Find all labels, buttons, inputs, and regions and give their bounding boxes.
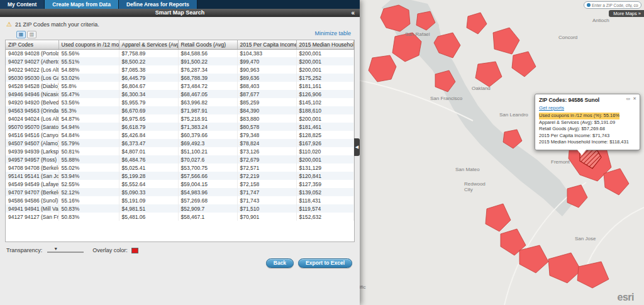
table-cell: $8,500.22	[119, 57, 178, 65]
minimize-table-link[interactable]: Minimize table	[314, 30, 351, 36]
table-row[interactable]: 94024 94024 (Los Altos)54.87%$6,975.65$7…	[6, 114, 354, 123]
table-cell: $7,085.38	[119, 65, 178, 74]
table-cell: 55.8%	[58, 82, 119, 90]
table-cell: 94920 94920 (Belvedere	[6, 98, 58, 106]
chart-view-toggle[interactable]: ▥	[27, 31, 36, 38]
table-cell: $72,219	[237, 172, 296, 180]
table-cell: $119,574	[296, 204, 354, 213]
table-cell: $85,259	[237, 98, 296, 106]
slider-handle-icon[interactable]: ▼	[53, 247, 58, 251]
table-row[interactable]: 94549 94549 (Lafayette)52.55%$5,552.64$5…	[6, 180, 354, 188]
table-cell: $63,996.82	[178, 98, 237, 106]
zip-polygon[interactable]	[577, 262, 609, 288]
col-zip-codes[interactable]: ZIP Codes	[6, 40, 58, 49]
col-per-capita-income[interactable]: 2015 Per Capita Income▼	[237, 40, 296, 49]
zip-polygon[interactable]	[493, 28, 519, 54]
panel-collapse-tab[interactable]: ◀	[354, 138, 360, 156]
map-city-label: San Jose	[575, 236, 596, 241]
table-row[interactable]: 94528 94528 (Diablo)55.8%$6,804.67$73,48…	[6, 82, 354, 90]
map-search-box[interactable]	[584, 1, 641, 9]
status-row: ⚠ 21 ZIP Codes match your criteria.	[0, 17, 360, 30]
left-panel: My Content Create Maps from Data Define …	[0, 0, 360, 305]
table-row[interactable]: 94941 94941 (Mill Valley50.83%$4,981.51$…	[6, 204, 354, 213]
table-row[interactable]: 95030 95030 (Los Gatos53.02%$6,445.79$68…	[6, 74, 354, 82]
table-cell: $71,747	[237, 188, 296, 196]
table-cell: $6,975.65	[119, 114, 178, 123]
table-row[interactable]: 94028 94028 (Portola Va55.56%$7,758.89$8…	[6, 49, 354, 57]
table-cell: $126,906	[296, 90, 354, 98]
map-city-label: San Rafael	[405, 31, 430, 37]
col-median-household[interactable]: 2015 Median Household I...	[296, 40, 354, 49]
table-cell: $60,379.66	[178, 131, 237, 139]
table-cell: 95070 95070 (Saratoga)	[6, 123, 58, 131]
table-cell: $83,880	[237, 114, 296, 123]
tab-define-areas-for-reports[interactable]: Define Areas for Reports	[119, 0, 197, 9]
zip-polygon[interactable]	[475, 62, 502, 87]
table-row[interactable]: 94027 94027 (Atherton)55.51%$8,500.22$91…	[6, 57, 354, 65]
back-button[interactable]: Back	[266, 258, 294, 268]
map-city-label: Concord	[558, 35, 577, 40]
zip-polygon[interactable]	[512, 52, 536, 77]
table-cell: $200,001	[296, 65, 354, 74]
table-row[interactable]: 94707 94707 (Berkeley)52.12%$5,090.33$54…	[6, 188, 354, 196]
table-cell: $76,287.34	[178, 65, 237, 74]
table-row[interactable]: 94563 94563 (Orinda)55.3%$6,670.69$71,98…	[6, 106, 354, 114]
chevron-right-icon: »	[638, 11, 641, 16]
map-city-label: Redwood City	[464, 181, 491, 192]
table-cell: $57,566.66	[178, 172, 237, 180]
table-cell: $72,158	[237, 180, 296, 188]
panel-header: Smart Map Search «	[0, 9, 360, 17]
table-row[interactable]: 94022 94022 (Los Altos)54.88%$7,085.38$7…	[6, 65, 354, 74]
table-view-toggle[interactable]: ▦	[16, 31, 26, 38]
table-cell: $72,679	[237, 155, 296, 164]
tab-my-content[interactable]: My Content	[0, 0, 45, 9]
map[interactable]: San RafaelAntiochConcordOaklandSan Franc…	[360, 0, 644, 305]
col-apparel-services[interactable]: Apparel & Services (Avg)	[119, 40, 178, 49]
popup-title: ZIP Codes: 94586 Sunol	[539, 97, 636, 103]
zip-polygon[interactable]	[369, 55, 396, 82]
col-used-coupons[interactable]: Used coupons in /12 mos...	[58, 40, 119, 49]
popup-minimize-icon[interactable]: ▭	[626, 96, 631, 101]
table-row[interactable]: 94957 94957 (Ross)55.88%$6,484.76$70,027…	[6, 155, 354, 164]
collapse-header-icon[interactable]: «	[351, 9, 355, 17]
table-cell: $131,129	[296, 164, 354, 172]
table-row[interactable]: 94516 94516 (Canyon)54.84%$5,426.84$60,3…	[6, 131, 354, 139]
table-cell: $5,025.41	[119, 164, 178, 172]
table-row[interactable]: 94127 94127 (San Franc50.83%$5,481.06$58…	[6, 213, 354, 221]
table-cell: $73,126	[237, 147, 296, 155]
table-row[interactable]: 95070 95070 (Saratoga)54.94%$6,618.79$71…	[6, 123, 354, 131]
table-cell: 50.83%	[58, 204, 119, 213]
table-row[interactable]: 94507 94507 (Alamo)55.79%$6,373.47$69,49…	[6, 139, 354, 147]
table-row[interactable]: 94708 94708 (Berkeley)55.02%$5,025.41$53…	[6, 164, 354, 172]
zip-polygon[interactable]	[486, 204, 511, 231]
transparency-slider[interactable]: ▼	[47, 247, 84, 254]
table-header-row: ZIP Codes Used coupons in /12 mos... App…	[6, 40, 354, 49]
more-maps-button[interactable]: More Maps »	[609, 10, 644, 17]
table-cell: $6,484.76	[119, 155, 178, 164]
table-cell: $71,510	[237, 204, 296, 213]
zip-polygon[interactable]	[467, 13, 487, 34]
popup-stat-line: Used coupons in /12 mos (%): 55.16%	[539, 113, 619, 119]
popup-close-icon[interactable]: ✕	[633, 96, 636, 101]
map-canvas[interactable]	[360, 0, 644, 305]
zip-polygon[interactable]	[519, 245, 548, 273]
export-to-excel-button[interactable]: Export to Excel	[298, 258, 352, 268]
table-cell: $91,500.22	[178, 57, 237, 65]
table-cell: $84,588.56	[178, 49, 237, 57]
zip-polygon[interactable]	[380, 5, 410, 31]
table-row[interactable]: 94946 94946 (Nicasio)55.47%$6,300.34$68,…	[6, 90, 354, 98]
zip-polygon[interactable]	[604, 169, 629, 195]
table-cell: 52.55%	[58, 180, 119, 188]
table-row[interactable]: 94920 94920 (Belvedere53.56%$5,955.79$63…	[6, 98, 354, 106]
table-row[interactable]: 94586 94586 (Sunol)55.16%$5,191.09$57,26…	[6, 196, 354, 204]
get-reports-link[interactable]: Get reports	[539, 105, 636, 111]
table-row[interactable]: 95141 95141 (San Jose)53.94%$5,199.28$57…	[6, 172, 354, 180]
zip-polygon[interactable]	[548, 253, 581, 283]
map-search-input[interactable]	[592, 3, 638, 8]
col-retail-goods[interactable]: Retail Goods (Avg)	[178, 40, 237, 49]
table-row[interactable]: 94939 94939 (Larkspur)50.81%$4,807.01$51…	[6, 147, 354, 155]
tab-create-maps-from-data[interactable]: Create Maps from Data	[45, 0, 119, 9]
overlay-color-swatch[interactable]	[131, 248, 138, 253]
esri-logo: esri	[618, 292, 634, 303]
panel-title: Smart Map Search	[155, 9, 205, 16]
